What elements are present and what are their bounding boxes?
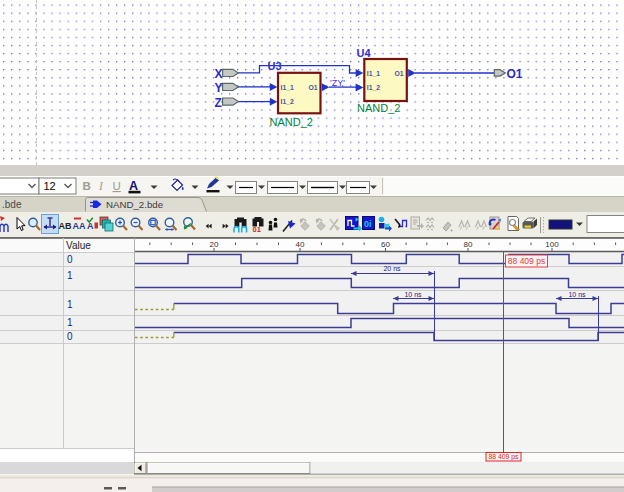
svg-text:1: 1 <box>67 317 73 328</box>
svg-text:I1_1: I1_1 <box>367 70 380 77</box>
svg-text:Value: Value <box>66 240 91 251</box>
svg-text:0i: 0i <box>364 219 372 229</box>
svg-text:20 ns: 20 ns <box>383 265 401 272</box>
svg-text:40: 40 <box>296 240 305 249</box>
svg-text:100: 100 <box>545 240 559 249</box>
svg-text:0: 0 <box>67 254 73 265</box>
svg-text:12: 12 <box>44 180 56 192</box>
svg-text:U3: U3 <box>268 60 282 72</box>
svg-text:1: 1 <box>67 270 73 281</box>
svg-text:O1: O1 <box>395 70 404 77</box>
svg-text:U4: U4 <box>357 47 372 59</box>
svg-text:Y: Y <box>215 81 223 95</box>
svg-text:AA: AA <box>73 221 86 231</box>
svg-text:NAND_2.bde: NAND_2.bde <box>106 199 163 210</box>
svg-text:88 409 ps: 88 409 ps <box>508 256 545 266</box>
svg-text:88 409 ps: 88 409 ps <box>489 453 519 461</box>
svg-text:NAND_2: NAND_2 <box>270 116 313 128</box>
svg-text:10 ns: 10 ns <box>404 291 422 298</box>
svg-text:01: 01 <box>253 225 261 234</box>
svg-text:0: 0 <box>67 331 73 342</box>
svg-text:I1_1: I1_1 <box>281 84 294 91</box>
svg-text:NAND_2: NAND_2 <box>357 102 400 114</box>
svg-text:20: 20 <box>210 240 219 249</box>
svg-text:.bde: .bde <box>2 199 22 210</box>
svg-text:80: 80 <box>464 240 473 249</box>
svg-text:I1_2: I1_2 <box>367 84 380 91</box>
svg-text:Z: Z <box>215 96 222 110</box>
svg-text:60: 60 <box>381 240 390 249</box>
svg-text:O1: O1 <box>309 84 318 91</box>
svg-text:AB: AB <box>59 221 72 231</box>
svg-text:B: B <box>83 180 91 192</box>
svg-text:O1: O1 <box>507 67 523 81</box>
svg-text:U: U <box>113 180 121 192</box>
svg-text:A: A <box>87 221 94 231</box>
svg-text:A: A <box>129 179 138 193</box>
svg-text:1: 1 <box>67 299 73 310</box>
svg-text:I1_2: I1_2 <box>281 98 294 105</box>
svg-text:X: X <box>215 67 223 81</box>
svg-text:10 ns: 10 ns <box>568 291 586 298</box>
svg-text:'ZY': 'ZY' <box>330 78 345 88</box>
